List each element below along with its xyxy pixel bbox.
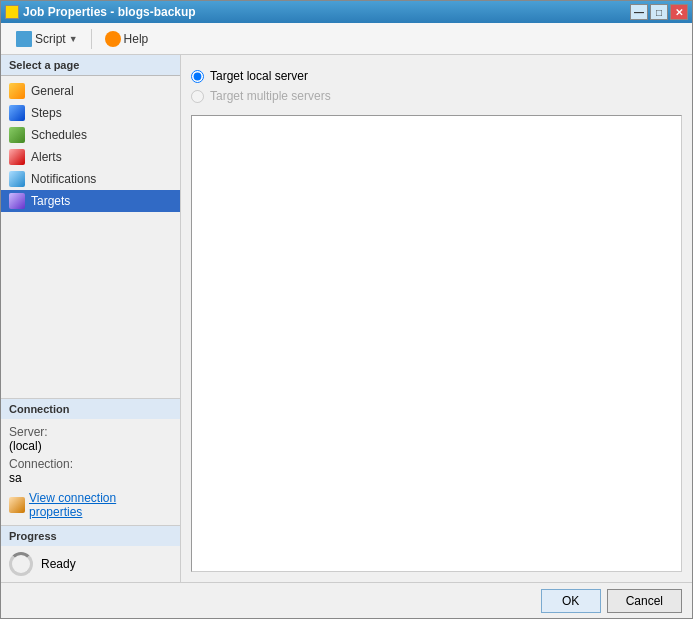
sidebar-item-notifications[interactable]: Notifications <box>1 168 180 190</box>
sidebar-item-label-targets: Targets <box>31 194 70 208</box>
connection-section: Connection Server: (local) Connection: s… <box>1 398 180 525</box>
target-local-label[interactable]: Target local server <box>210 69 308 83</box>
server-value: (local) <box>9 439 42 453</box>
sidebar: Select a page General Steps Schedules Al… <box>1 55 181 582</box>
sidebar-item-label-schedules: Schedules <box>31 128 87 142</box>
sidebar-item-label-notifications: Notifications <box>31 172 96 186</box>
target-multiple-label: Target multiple servers <box>210 89 331 103</box>
help-label: Help <box>124 32 149 46</box>
sidebar-item-label-general: General <box>31 84 74 98</box>
title-bar: Job Properties - blogs-backup — □ ✕ <box>1 1 692 23</box>
sidebar-item-schedules[interactable]: Schedules <box>1 124 180 146</box>
server-label: Server: <box>9 425 48 439</box>
alerts-icon <box>9 149 25 165</box>
close-button[interactable]: ✕ <box>670 4 688 20</box>
sidebar-nav: General Steps Schedules Alerts Notificat… <box>1 76 180 398</box>
toolbar-separator <box>91 29 92 49</box>
sidebar-item-label-steps: Steps <box>31 106 62 120</box>
sidebar-item-steps[interactable]: Steps <box>1 102 180 124</box>
window-icon <box>5 5 19 19</box>
connection-value: sa <box>9 471 22 485</box>
ok-button[interactable]: OK <box>541 589 601 613</box>
connection-icon <box>9 497 25 513</box>
window-title: Job Properties - blogs-backup <box>23 5 196 19</box>
connection-info: Server: (local) Connection: sa View conn… <box>1 419 180 525</box>
progress-section-header: Progress <box>1 526 180 546</box>
radio-group: Target local server Target multiple serv… <box>191 65 682 107</box>
targets-icon <box>9 193 25 209</box>
toolbar: Script ▼ Help <box>1 23 692 55</box>
radio-target-multiple[interactable]: Target multiple servers <box>191 89 682 103</box>
title-bar-controls: — □ ✕ <box>630 4 688 20</box>
notifications-icon <box>9 171 25 187</box>
select-page-label: Select a page <box>1 55 180 76</box>
script-icon <box>16 31 32 47</box>
connection-label: Connection: <box>9 457 73 471</box>
script-dropdown-arrow: ▼ <box>69 34 78 44</box>
target-local-radio[interactable] <box>191 70 204 83</box>
progress-content: Ready <box>1 546 180 582</box>
content-box <box>191 115 682 572</box>
minimize-button[interactable]: — <box>630 4 648 20</box>
view-connection-label: View connection properties <box>29 491 172 519</box>
maximize-button[interactable]: □ <box>650 4 668 20</box>
progress-section: Progress Ready <box>1 525 180 582</box>
footer: OK Cancel <box>1 582 692 618</box>
server-row: Server: (local) <box>9 425 172 453</box>
sidebar-item-label-alerts: Alerts <box>31 150 62 164</box>
steps-icon <box>9 105 25 121</box>
main-window: Job Properties - blogs-backup — □ ✕ Scri… <box>0 0 693 619</box>
script-button[interactable]: Script ▼ <box>9 28 85 50</box>
schedules-icon <box>9 127 25 143</box>
sidebar-item-general[interactable]: General <box>1 80 180 102</box>
sidebar-item-alerts[interactable]: Alerts <box>1 146 180 168</box>
title-bar-left: Job Properties - blogs-backup <box>5 5 196 19</box>
help-icon <box>105 31 121 47</box>
cancel-button[interactable]: Cancel <box>607 589 682 613</box>
progress-spinner <box>9 552 33 576</box>
progress-status: Ready <box>41 557 76 571</box>
view-connection-link[interactable]: View connection properties <box>9 491 172 519</box>
help-button[interactable]: Help <box>98 28 156 50</box>
radio-target-local[interactable]: Target local server <box>191 69 682 83</box>
script-label: Script <box>35 32 66 46</box>
connection-row: Connection: sa <box>9 457 172 485</box>
sidebar-item-targets[interactable]: Targets <box>1 190 180 212</box>
main-content: Select a page General Steps Schedules Al… <box>1 55 692 582</box>
right-panel: Target local server Target multiple serv… <box>181 55 692 582</box>
connection-section-header: Connection <box>1 399 180 419</box>
general-icon <box>9 83 25 99</box>
target-multiple-radio[interactable] <box>191 90 204 103</box>
